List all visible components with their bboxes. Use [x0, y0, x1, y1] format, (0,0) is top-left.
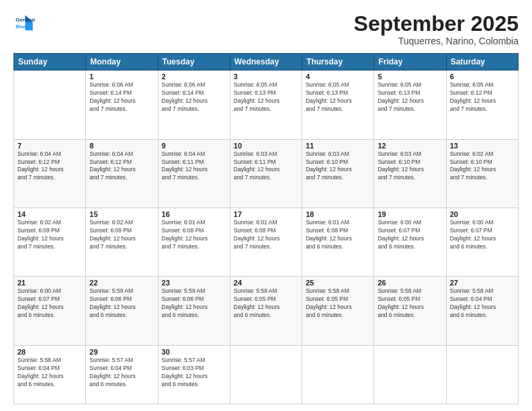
day-number: 30 — [162, 348, 226, 356]
day-info: Sunrise: 6:04 AM Sunset: 6:12 PM Dayligh… — [17, 150, 82, 183]
day-info: Sunrise: 5:59 AM Sunset: 6:05 PM Dayligh… — [234, 287, 298, 320]
calendar-cell: 25Sunrise: 5:58 AM Sunset: 6:05 PM Dayli… — [302, 277, 374, 345]
day-info: Sunrise: 6:02 AM Sunset: 6:10 PM Dayligh… — [450, 150, 515, 183]
day-number: 25 — [306, 279, 370, 287]
day-number: 24 — [234, 279, 298, 287]
calendar-cell: 22Sunrise: 5:59 AM Sunset: 6:06 PM Dayli… — [86, 277, 158, 345]
weekday-header-row: SundayMondayTuesdayWednesdayThursdayFrid… — [14, 54, 519, 71]
calendar-cell: 2Sunrise: 6:06 AM Sunset: 6:14 PM Daylig… — [158, 71, 230, 139]
day-number: 18 — [306, 210, 370, 218]
day-number: 5 — [378, 73, 442, 81]
weekday-header-saturday: Saturday — [446, 54, 518, 71]
location: Tuquerres, Narino, Colombia — [354, 36, 519, 46]
day-number: 10 — [234, 142, 298, 150]
calendar-cell: 17Sunrise: 6:01 AM Sunset: 6:08 PM Dayli… — [230, 208, 302, 277]
day-number: 29 — [89, 348, 154, 356]
calendar-cell: 9Sunrise: 6:04 AM Sunset: 6:11 PM Daylig… — [158, 139, 230, 208]
weekday-header-monday: Monday — [86, 54, 158, 71]
day-info: Sunrise: 6:06 AM Sunset: 6:14 PM Dayligh… — [89, 81, 154, 113]
week-row-2: 7Sunrise: 6:04 AM Sunset: 6:12 PM Daylig… — [14, 139, 519, 208]
day-info: Sunrise: 5:58 AM Sunset: 6:05 PM Dayligh… — [378, 287, 442, 320]
calendar-cell: 12Sunrise: 6:03 AM Sunset: 6:10 PM Dayli… — [374, 139, 446, 208]
svg-text:General: General — [15, 17, 35, 23]
day-info: Sunrise: 6:01 AM Sunset: 6:08 PM Dayligh… — [234, 219, 298, 251]
calendar-cell: 24Sunrise: 5:59 AM Sunset: 6:05 PM Dayli… — [230, 277, 302, 345]
day-info: Sunrise: 5:57 AM Sunset: 6:03 PM Dayligh… — [162, 357, 226, 389]
week-row-1: 1Sunrise: 6:06 AM Sunset: 6:14 PM Daylig… — [14, 71, 519, 139]
day-number: 6 — [450, 73, 515, 81]
day-number: 8 — [89, 142, 154, 150]
day-info: Sunrise: 5:58 AM Sunset: 6:05 PM Dayligh… — [306, 287, 370, 320]
calendar-cell: 3Sunrise: 6:05 AM Sunset: 6:13 PM Daylig… — [230, 71, 302, 139]
day-number: 16 — [162, 210, 226, 218]
day-info: Sunrise: 5:59 AM Sunset: 6:06 PM Dayligh… — [162, 287, 226, 320]
day-number: 19 — [378, 210, 442, 218]
header: General Blue September 2025 Tuquerres, N… — [13, 12, 519, 46]
calendar-cell — [14, 71, 86, 139]
day-info: Sunrise: 6:05 AM Sunset: 6:13 PM Dayligh… — [234, 81, 298, 113]
calendar-cell: 1Sunrise: 6:06 AM Sunset: 6:14 PM Daylig… — [86, 71, 158, 139]
day-number: 17 — [234, 210, 298, 218]
day-number: 13 — [450, 142, 515, 150]
logo: General Blue — [13, 12, 35, 34]
day-info: Sunrise: 6:04 AM Sunset: 6:11 PM Dayligh… — [162, 150, 226, 183]
calendar-table: SundayMondayTuesdayWednesdayThursdayFrid… — [13, 53, 519, 404]
calendar-cell: 30Sunrise: 5:57 AM Sunset: 6:03 PM Dayli… — [158, 345, 230, 404]
day-info: Sunrise: 6:06 AM Sunset: 6:14 PM Dayligh… — [162, 81, 226, 113]
calendar-cell: 8Sunrise: 6:04 AM Sunset: 6:12 PM Daylig… — [86, 139, 158, 208]
day-number: 12 — [378, 142, 442, 150]
day-info: Sunrise: 6:02 AM Sunset: 6:09 PM Dayligh… — [17, 219, 82, 251]
day-info: Sunrise: 6:05 AM Sunset: 6:12 PM Dayligh… — [450, 81, 515, 113]
day-info: Sunrise: 5:58 AM Sunset: 6:04 PM Dayligh… — [450, 287, 515, 320]
day-info: Sunrise: 6:01 AM Sunset: 6:08 PM Dayligh… — [162, 219, 226, 251]
calendar-cell: 29Sunrise: 5:57 AM Sunset: 6:04 PM Dayli… — [86, 345, 158, 404]
week-row-3: 14Sunrise: 6:02 AM Sunset: 6:09 PM Dayli… — [14, 208, 519, 277]
day-info: Sunrise: 6:03 AM Sunset: 6:10 PM Dayligh… — [378, 150, 442, 183]
calendar-cell: 6Sunrise: 6:05 AM Sunset: 6:12 PM Daylig… — [446, 71, 518, 139]
day-number: 1 — [89, 73, 154, 81]
day-number: 4 — [306, 73, 370, 81]
day-info: Sunrise: 6:00 AM Sunset: 6:07 PM Dayligh… — [378, 219, 442, 251]
weekday-header-sunday: Sunday — [14, 54, 86, 71]
calendar-cell: 7Sunrise: 6:04 AM Sunset: 6:12 PM Daylig… — [14, 139, 86, 208]
title-block: September 2025 Tuquerres, Narino, Colomb… — [354, 12, 519, 46]
day-info: Sunrise: 5:58 AM Sunset: 6:04 PM Dayligh… — [17, 357, 82, 389]
day-number: 20 — [450, 210, 515, 218]
day-info: Sunrise: 6:00 AM Sunset: 6:07 PM Dayligh… — [450, 219, 515, 251]
calendar-cell: 4Sunrise: 6:05 AM Sunset: 6:13 PM Daylig… — [302, 71, 374, 139]
calendar-cell — [446, 345, 518, 404]
day-number: 2 — [162, 73, 226, 81]
weekday-header-friday: Friday — [374, 54, 446, 71]
day-info: Sunrise: 6:05 AM Sunset: 6:13 PM Dayligh… — [306, 81, 370, 113]
week-row-4: 21Sunrise: 6:00 AM Sunset: 6:07 PM Dayli… — [14, 277, 519, 345]
week-row-5: 28Sunrise: 5:58 AM Sunset: 6:04 PM Dayli… — [14, 345, 519, 404]
calendar-cell: 16Sunrise: 6:01 AM Sunset: 6:08 PM Dayli… — [158, 208, 230, 277]
calendar-cell: 19Sunrise: 6:00 AM Sunset: 6:07 PM Dayli… — [374, 208, 446, 277]
calendar-cell: 20Sunrise: 6:00 AM Sunset: 6:07 PM Dayli… — [446, 208, 518, 277]
day-number: 14 — [17, 210, 82, 218]
calendar-cell: 11Sunrise: 6:03 AM Sunset: 6:10 PM Dayli… — [302, 139, 374, 208]
calendar-cell: 18Sunrise: 6:01 AM Sunset: 6:08 PM Dayli… — [302, 208, 374, 277]
day-number: 7 — [17, 142, 82, 150]
day-info: Sunrise: 6:02 AM Sunset: 6:09 PM Dayligh… — [89, 219, 154, 251]
weekday-header-tuesday: Tuesday — [158, 54, 230, 71]
day-number: 21 — [17, 279, 82, 287]
day-info: Sunrise: 6:05 AM Sunset: 6:13 PM Dayligh… — [378, 81, 442, 113]
calendar-cell: 10Sunrise: 6:03 AM Sunset: 6:11 PM Dayli… — [230, 139, 302, 208]
calendar-cell: 5Sunrise: 6:05 AM Sunset: 6:13 PM Daylig… — [374, 71, 446, 139]
day-info: Sunrise: 6:01 AM Sunset: 6:08 PM Dayligh… — [306, 219, 370, 251]
calendar-cell: 14Sunrise: 6:02 AM Sunset: 6:09 PM Dayli… — [14, 208, 86, 277]
weekday-header-wednesday: Wednesday — [230, 54, 302, 71]
calendar-cell: 23Sunrise: 5:59 AM Sunset: 6:06 PM Dayli… — [158, 277, 230, 345]
day-info: Sunrise: 6:04 AM Sunset: 6:12 PM Dayligh… — [89, 150, 154, 183]
calendar-cell — [302, 345, 374, 404]
logo-icon: General Blue — [13, 12, 35, 34]
day-info: Sunrise: 6:00 AM Sunset: 6:07 PM Dayligh… — [17, 287, 82, 320]
day-number: 11 — [306, 142, 370, 150]
day-number: 28 — [17, 348, 82, 356]
day-number: 22 — [89, 279, 154, 287]
weekday-header-thursday: Thursday — [302, 54, 374, 71]
day-number: 15 — [89, 210, 154, 218]
svg-text:Blue: Blue — [15, 24, 28, 30]
day-number: 23 — [162, 279, 226, 287]
